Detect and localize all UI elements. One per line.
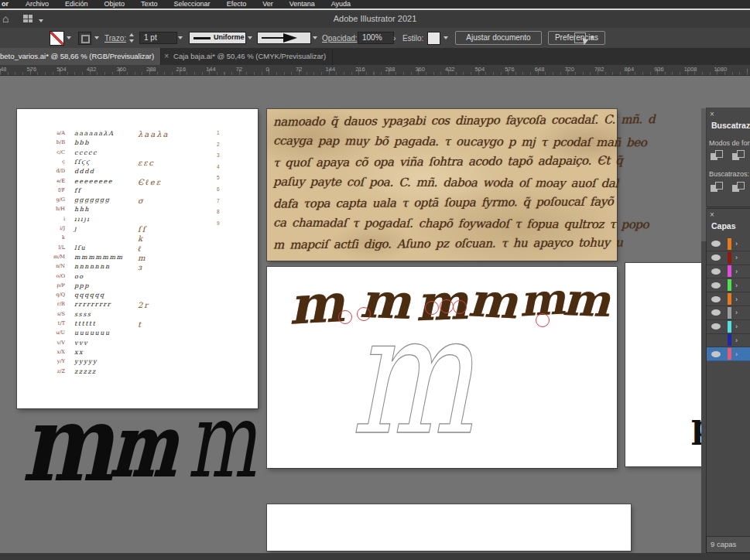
close-icon[interactable]: × — [710, 210, 714, 219]
alphabet-row: z/Zzzzzz — [17, 368, 258, 377]
visibility-eye-icon[interactable] — [711, 241, 721, 247]
menu-archivo[interactable]: Archivo — [26, 0, 49, 9]
shape-mode-minus-icon[interactable] — [732, 150, 745, 161]
layer-color-bar — [728, 307, 731, 319]
ink-glyph-samples: ıııȷı — [74, 216, 90, 223]
row-number: 2 — [217, 142, 220, 147]
stroke-weight-input[interactable]: 1 pt — [139, 32, 177, 44]
fit-document-button[interactable]: Ajustar documento — [455, 31, 542, 45]
alphabet-row: m/Mmmmmmmmm — [17, 254, 258, 263]
vector-m-glyph: m — [108, 404, 181, 489]
layer-row[interactable]: › — [707, 306, 750, 320]
stroke-color-swatch[interactable] — [78, 32, 91, 45]
manuscript-glyph-samples: ſſ — [138, 225, 146, 234]
visibility-eye-icon[interactable] — [711, 282, 721, 289]
layer-row[interactable]: › — [707, 292, 750, 306]
profile-label: Uniforme — [214, 33, 245, 41]
width-profile-dropdown[interactable]: Uniforme — [189, 32, 246, 44]
menu-texto[interactable]: Texto — [141, 0, 158, 9]
brush-definition-dropdown[interactable] — [257, 32, 311, 44]
ink-glyph-samples: lſu — [74, 244, 86, 251]
expand-arrow-icon[interactable]: › — [735, 268, 738, 275]
ruler-label: 144 — [326, 66, 336, 73]
opacity-input[interactable]: 100% — [358, 32, 394, 44]
opacity-more-icon[interactable]: › — [393, 33, 396, 43]
layer-row[interactable]: › — [707, 237, 750, 251]
expand-arrow-icon[interactable]: › — [735, 336, 738, 344]
pathfinder-panel-title: Buscatrazos — [711, 121, 750, 130]
layer-row[interactable]: › — [707, 265, 750, 279]
close-icon[interactable]: × — [710, 110, 714, 118]
menu-ver[interactable]: Ver — [262, 0, 273, 9]
visibility-eye-icon[interactable] — [711, 296, 721, 302]
visibility-eye-icon[interactable] — [711, 351, 721, 357]
visibility-eye-icon[interactable] — [711, 309, 721, 316]
ruler-label: 360 — [415, 66, 425, 73]
ruler-label: 72 — [236, 66, 242, 73]
menu-edición[interactable]: Edición — [65, 0, 88, 9]
letter-pair-label: c/C — [33, 149, 65, 155]
menu-ventana[interactable]: Ventana — [289, 0, 315, 9]
pathfinder-divide-icon[interactable] — [711, 182, 723, 193]
chevron-down-icon[interactable] — [248, 36, 252, 39]
visibility-eye-icon[interactable] — [711, 254, 721, 261]
manuscript-m-sample: m — [467, 276, 519, 325]
opacity-label[interactable]: Opacidad: — [322, 34, 358, 43]
ink-glyph-samples: eeeeeeee — [74, 178, 113, 185]
chevron-down-icon[interactable] — [67, 36, 71, 39]
expand-arrow-icon[interactable]: › — [735, 323, 738, 330]
stroke-weight-label[interactable]: Trazo: — [104, 34, 126, 43]
visibility-eye-icon[interactable] — [711, 268, 721, 275]
expand-arrow-icon[interactable]: › — [735, 254, 738, 261]
expand-arrow-icon[interactable]: › — [735, 295, 738, 303]
layer-color-bar — [728, 348, 731, 360]
expand-arrow-icon[interactable]: › — [735, 240, 738, 248]
letter-pair-label: i — [33, 216, 65, 222]
manuscript-glyph-samples: ɛɛc — [138, 159, 155, 167]
chevron-down-icon[interactable] — [590, 36, 594, 39]
graphic-style-swatch[interactable] — [427, 32, 440, 45]
layer-row[interactable]: › — [707, 320, 750, 334]
layer-row[interactable]: › — [707, 278, 750, 292]
menu-objeto[interactable]: Objeto — [104, 0, 125, 9]
letter-pair-label: d/D — [33, 168, 65, 174]
menu-ayuda[interactable]: Ayuda — [331, 0, 351, 9]
ink-glyph-samples: rrrrrrrrr — [74, 301, 111, 308]
manuscript-glyph-samples: k — [138, 234, 144, 243]
artboard-manuscript-image: namoado q̃ dauos ypaȝabi cos dinaypo fay… — [267, 109, 617, 261]
stroke-weight-stepper[interactable] — [129, 33, 135, 43]
chevron-down-icon[interactable] — [313, 36, 317, 39]
layer-row[interactable]: › — [707, 334, 750, 348]
alphabet-row: iıııȷı — [17, 216, 258, 225]
shape-mode-unite-icon[interactable] — [711, 150, 723, 161]
alphabet-row: a/AaaaaaaλAλaaλa — [17, 130, 258, 139]
chevron-down-icon[interactable] — [178, 36, 183, 39]
menu-efecto[interactable]: Efecto — [227, 0, 247, 9]
manuscript-line: τ quoſ apaya cõ opa viña ſohtra acodo ta… — [273, 153, 614, 169]
expand-arrow-icon[interactable]: › — [735, 309, 738, 316]
chevron-down-icon[interactable] — [94, 36, 99, 39]
layer-row[interactable]: › — [707, 347, 750, 361]
menu-seleccionar[interactable]: Seleccionar — [174, 0, 211, 9]
tab-close-icon[interactable]: × — [164, 48, 169, 65]
row-number: 9 — [217, 220, 220, 226]
selection-options-icon[interactable] — [574, 32, 586, 43]
pathfinder-trim-icon[interactable] — [732, 182, 745, 193]
menu-illustrator-partial[interactable]: or — [2, 0, 9, 9]
ruler-label: 648 — [0, 66, 7, 73]
ink-glyph-samples: dddd — [74, 168, 94, 175]
alphabet-row: t/Tttttttt — [17, 320, 258, 330]
manuscript-glyph-samples: ɜ — [138, 263, 143, 271]
document-tab[interactable]: ×Caja baja.ai* @ 50,46 % (CMYK/Previsual… — [161, 48, 333, 65]
document-tab[interactable]: beto_varios.ai* @ 58,66 % (RGB/Previsual… — [0, 48, 161, 65]
expand-arrow-icon[interactable]: › — [735, 350, 738, 358]
fill-color-swatch[interactable] — [50, 31, 64, 46]
expand-arrow-icon[interactable]: › — [735, 282, 738, 289]
panel-dock-edge[interactable] — [701, 108, 707, 241]
visibility-eye-icon[interactable] — [711, 323, 721, 330]
ink-glyph-samples: nnnnnnn — [74, 263, 111, 270]
ink-glyph-samples: ſſϛϛ — [74, 159, 91, 166]
chevron-down-icon[interactable] — [443, 36, 448, 39]
layer-row[interactable]: › — [707, 251, 750, 265]
letter-pair-label: m/M — [33, 254, 65, 260]
